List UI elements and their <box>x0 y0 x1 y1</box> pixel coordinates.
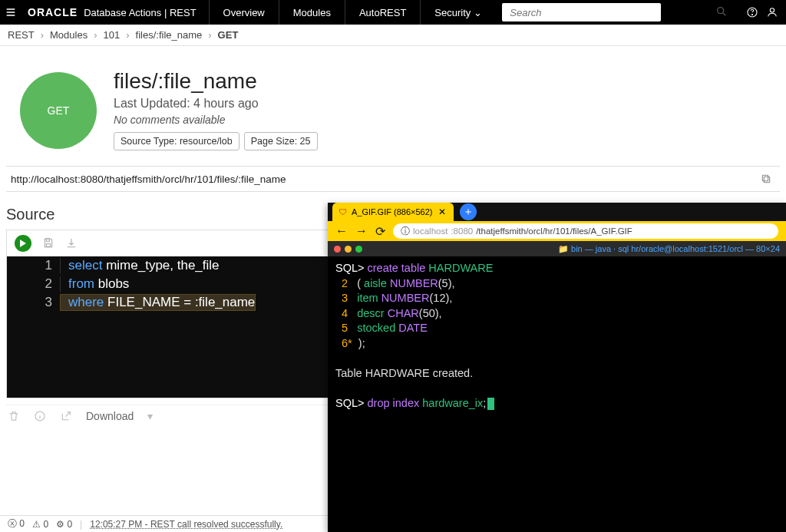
svg-rect-7 <box>46 239 49 241</box>
maximize-icon[interactable] <box>355 246 362 253</box>
nav-autorest[interactable]: AutoREST <box>345 0 420 25</box>
product-title: Database Actions | REST <box>84 7 208 18</box>
source-type-pill: Source Type: resource/lob <box>114 132 239 150</box>
top-bar: ORACLE Database Actions | REST Overview … <box>0 0 786 25</box>
search-icon[interactable] <box>715 5 728 18</box>
info-icon[interactable] <box>34 410 46 422</box>
chevron-down-icon: ⌄ <box>474 7 482 18</box>
breadcrumb: REST› Modules› 101› files/:file_name› GE… <box>0 25 786 46</box>
help-icon[interactable] <box>746 6 758 18</box>
forward-icon[interactable]: → <box>355 224 368 238</box>
nav-security[interactable]: Security⌄ <box>420 0 496 25</box>
save-icon[interactable] <box>42 237 54 249</box>
error-count-icon[interactable]: ⓧ 0 <box>8 517 25 530</box>
new-tab-button[interactable]: ＋ <box>460 203 477 220</box>
method-badge: GET <box>20 72 97 149</box>
close-window-icon[interactable] <box>334 246 341 253</box>
svg-point-0 <box>718 8 724 14</box>
open-new-icon[interactable] <box>60 410 72 422</box>
terminal-titlebar: 📁 bin — java ∙ sql hr/oracle@localhost:1… <box>328 241 786 256</box>
page-size-pill: Page Size: 25 <box>244 132 318 150</box>
browser-tabstrip: 🛡 A_GIF.GIF (886×562) ✕ ＋ <box>328 203 786 221</box>
brand-logo: ORACLE <box>21 6 84 18</box>
terminal-body[interactable]: SQL> create table HARDWARE 2 ( aisle NUM… <box>328 256 786 532</box>
handler-title: files/:file_name <box>114 69 774 94</box>
svg-point-2 <box>751 14 752 15</box>
svg-rect-4 <box>764 177 769 182</box>
crumb-101[interactable]: 101 <box>104 29 121 41</box>
copy-url-icon[interactable] <box>760 173 775 185</box>
svg-rect-6 <box>46 244 50 247</box>
handler-header: GET files/:file_name Last Updated: 4 hou… <box>6 61 780 166</box>
svg-rect-5 <box>762 175 768 180</box>
address-bar[interactable]: ⓘ localhost:8080/thatjeffsmith/orcl/hr/1… <box>393 223 778 239</box>
chevron-down-icon[interactable]: ▾ <box>147 410 153 422</box>
overlay-browser-window: 🛡 A_GIF.GIF (886×562) ✕ ＋ ← → ⟳ ⓘ localh… <box>328 203 786 532</box>
status-message[interactable]: 12:05:27 PM - REST call resolved success… <box>90 519 282 530</box>
crumb-template[interactable]: files/:file_name <box>136 29 203 41</box>
endpoint-url-row: http://localhost:8080/thatjeffsmith/orcl… <box>6 166 780 192</box>
trash-icon[interactable] <box>8 410 20 422</box>
nav-modules[interactable]: Modules <box>279 0 345 25</box>
browser-toolbar: ← → ⟳ ⓘ localhost:8080/thatjeffsmith/orc… <box>328 221 786 241</box>
minimize-icon[interactable] <box>345 246 352 253</box>
tab-title: A_GIF.GIF (886×562) <box>352 207 432 216</box>
user-icon[interactable] <box>766 6 778 18</box>
insecure-icon: 🛡 <box>339 207 347 216</box>
crumb-modules[interactable]: Modules <box>50 29 88 41</box>
terminal-cursor <box>487 398 494 410</box>
menu-icon[interactable] <box>0 6 21 18</box>
site-info-icon[interactable]: ⓘ <box>401 226 410 237</box>
last-updated: Last Updated: 4 hours ago <box>114 97 774 111</box>
browser-tab[interactable]: 🛡 A_GIF.GIF (886×562) ✕ <box>332 203 454 221</box>
warn-count-icon[interactable]: ⚠ 0 <box>32 519 48 530</box>
crumb-method: GET <box>218 29 239 41</box>
terminal-title: 📁 bin — java ∙ sql hr/oracle@localhost:1… <box>558 244 780 254</box>
gear-count-icon[interactable]: ⚙ 0 <box>56 519 72 530</box>
svg-point-3 <box>770 8 774 12</box>
search-input[interactable] <box>502 3 661 21</box>
run-button[interactable] <box>15 235 31 252</box>
close-tab-icon[interactable]: ✕ <box>437 207 447 217</box>
back-icon[interactable]: ← <box>335 224 348 238</box>
endpoint-url: http://localhost:8080/thatjeffsmith/orcl… <box>11 173 286 185</box>
nav-overview[interactable]: Overview <box>209 0 279 25</box>
download-icon[interactable] <box>65 237 78 249</box>
comments-text: No comments available <box>114 114 774 126</box>
reload-icon[interactable]: ⟳ <box>375 224 385 239</box>
crumb-rest[interactable]: REST <box>8 29 35 41</box>
download-button[interactable]: Download <box>86 410 134 422</box>
